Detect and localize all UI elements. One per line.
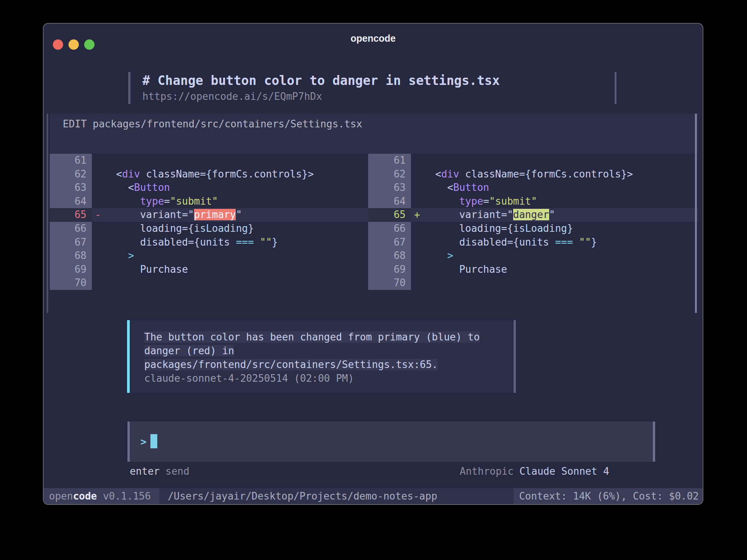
diff-code-line: - variant="primary": [92, 208, 368, 222]
line-number-right: 64: [368, 195, 411, 208]
line-number-right: 70: [368, 276, 411, 290]
line-number-right: 65: [368, 208, 411, 222]
diff-code-line: [92, 276, 368, 290]
diff-scrollbar[interactable]: [695, 114, 697, 313]
line-number-right: 69: [368, 263, 411, 277]
assistant-accent-bar: [127, 320, 130, 393]
diff-code-line: loading={isLoading}: [411, 222, 698, 236]
title-bar: opencode: [44, 24, 703, 54]
line-number-left: 69: [50, 263, 92, 277]
line-number-right: 63: [368, 181, 411, 195]
line-number-left: 67: [50, 236, 92, 249]
diff-code-line: <Button: [411, 181, 698, 195]
diff-row: 68 >68 >: [50, 249, 698, 263]
quote-bar-right: [615, 72, 617, 104]
line-number-left: 65: [50, 208, 92, 222]
diff-code-line: disabled={units === ""}: [411, 236, 698, 249]
working-directory: /Users/jayair/Desktop/Projects/demo-note…: [159, 488, 437, 504]
diff-code-line: <div className={formCs.controls}>: [411, 168, 698, 181]
diff-code-line: <div className={formCs.controls}>: [92, 168, 368, 181]
diff-row: 62 <div className={formCs.controls}>62 <…: [50, 168, 698, 181]
assistant-message-line: The button color has been changed from p…: [144, 330, 514, 344]
edit-file-path: packages/frontend/src/containers/Setting…: [93, 118, 362, 130]
assistant-message-meta: claude-sonnet-4-20250514 (02:00 PM): [144, 371, 514, 385]
app-name-open: open: [49, 490, 73, 502]
line-number-left: 62: [50, 168, 92, 181]
diff-code-line: + variant="danger": [411, 208, 698, 222]
assistant-message-text: The button color has been changed from p…: [144, 330, 514, 371]
provider-label: Anthropic: [460, 466, 514, 477]
line-number-left: 66: [50, 222, 92, 236]
diff-code-line: type="submit": [92, 195, 368, 208]
diff-code-line: >: [411, 249, 698, 263]
diff-code-line: type="submit": [411, 195, 698, 208]
diff-code-line: <Button: [92, 181, 368, 195]
edit-diff-panel: EDIT packages/frontend/src/containers/Se…: [50, 114, 698, 290]
enter-hint: entersend: [130, 464, 189, 478]
share-url: https://opencode.ai/s/EQmP7hDx: [142, 90, 500, 103]
diff-code-line: disabled={units === ""}: [92, 236, 368, 249]
line-number-left: 61: [50, 154, 92, 168]
diff-code-line: [411, 276, 698, 290]
line-number-right: 62: [368, 168, 411, 181]
line-number-left: 63: [50, 181, 92, 195]
diff-code-line: [411, 154, 698, 168]
diff-row: 66 loading={isLoading}66 loading={isLoad…: [50, 222, 698, 236]
text-cursor: [150, 434, 157, 448]
model-indicator: AnthropicClaude Sonnet 4: [460, 464, 609, 478]
diff-row: 6161: [50, 154, 698, 168]
diff-code-line: >: [92, 249, 368, 263]
diff-row: 67 disabled={units === ""}67 disabled={u…: [50, 236, 698, 249]
context-cost-segment: Context: 14K (6%), Cost: $0.02: [514, 488, 703, 504]
diff-code-line: Purchase: [411, 263, 698, 277]
input-footer: entersend AnthropicClaude Sonnet 4: [130, 464, 609, 478]
model-label: Claude Sonnet 4: [519, 466, 609, 477]
app-name-code: code: [73, 490, 97, 502]
diff-code-line: loading={isLoading}: [92, 222, 368, 236]
assistant-message-line: danger (red) in: [144, 344, 514, 358]
quote-bar-left: [128, 72, 130, 104]
diff-row: 64 type="submit"64 type="submit": [50, 195, 698, 208]
diff-code-line: [92, 154, 368, 168]
opencode-window: opencode # Change button color to danger…: [43, 23, 703, 505]
input-right-border: [653, 422, 655, 462]
prompt-symbol: >: [140, 436, 147, 448]
assistant-message-block: The button color has been changed from p…: [127, 320, 516, 393]
assistant-message-line: packages/frontend/src/containers/Setting…: [144, 358, 514, 371]
edit-panel-left-border: [47, 114, 48, 313]
line-number-right: 67: [368, 236, 411, 249]
line-number-left: 64: [50, 195, 92, 208]
diff-rows: 616162 <div className={formCs.controls}>…: [50, 154, 698, 290]
user-message-title: # Change button color to danger in setti…: [142, 72, 500, 90]
line-number-right: 61: [368, 154, 411, 168]
enter-key-label: enter: [130, 466, 160, 477]
send-action-label: send: [165, 466, 189, 477]
line-number-right: 68: [368, 249, 411, 263]
diff-del-marker: -: [92, 208, 104, 222]
edit-action-label: EDIT: [63, 118, 87, 130]
app-version-segment: opencode v0.1.156: [44, 488, 159, 504]
diff-add-marker: +: [411, 208, 423, 222]
diff-row: 63 <Button63 <Button: [50, 181, 698, 195]
line-number-right: 66: [368, 222, 411, 236]
prompt-input-box[interactable]: >: [127, 422, 655, 462]
diff-row: 69 Purchase69 Purchase: [50, 263, 698, 277]
edit-header: EDIT packages/frontend/src/containers/Se…: [50, 114, 698, 154]
line-number-left: 70: [50, 276, 92, 290]
line-number-left: 68: [50, 249, 92, 263]
prompt-input-field[interactable]: >: [130, 422, 653, 462]
diff-row: 7070: [50, 276, 698, 290]
user-message-block: # Change button color to danger in setti…: [128, 72, 500, 104]
window-title: opencode: [44, 33, 703, 44]
app-version: v0.1.156: [97, 490, 151, 502]
status-bar: opencode v0.1.156 /Users/jayair/Desktop/…: [44, 488, 703, 504]
diff-row: 65- variant="primary"65+ variant="danger…: [50, 208, 698, 222]
diff-code-line: Purchase: [92, 263, 368, 277]
assistant-right-bar: [514, 320, 516, 393]
